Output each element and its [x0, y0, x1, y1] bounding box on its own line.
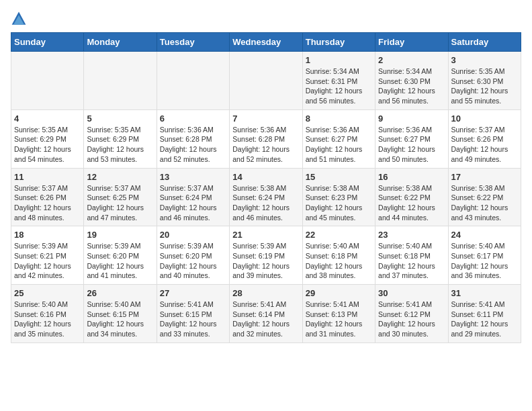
- header-thursday: Thursday: [302, 33, 375, 52]
- header-monday: Monday: [84, 33, 157, 52]
- day-info: Sunrise: 5:40 AM Sunset: 6:18 PM Dayligh…: [378, 241, 445, 281]
- day-number: 30: [378, 288, 445, 298]
- day-cell: 22Sunrise: 5:40 AM Sunset: 6:18 PM Dayli…: [302, 226, 375, 285]
- day-cell: 29Sunrise: 5:41 AM Sunset: 6:13 PM Dayli…: [302, 285, 375, 343]
- day-cell: 7Sunrise: 5:36 AM Sunset: 6:28 PM Daylig…: [230, 109, 302, 168]
- day-cell: 5Sunrise: 5:35 AM Sunset: 6:29 PM Daylig…: [84, 109, 157, 168]
- day-number: 31: [451, 288, 518, 298]
- day-cell: [11, 52, 84, 110]
- day-cell: 15Sunrise: 5:38 AM Sunset: 6:23 PM Dayli…: [302, 168, 375, 226]
- week-row-2: 4Sunrise: 5:35 AM Sunset: 6:29 PM Daylig…: [11, 109, 521, 168]
- day-info: Sunrise: 5:38 AM Sunset: 6:22 PM Dayligh…: [378, 183, 445, 223]
- day-info: Sunrise: 5:36 AM Sunset: 6:27 PM Dayligh…: [306, 125, 372, 165]
- logo-icon: [11, 11, 27, 27]
- day-cell: 31Sunrise: 5:41 AM Sunset: 6:11 PM Dayli…: [448, 285, 521, 343]
- day-number: 29: [306, 288, 372, 298]
- day-number: 21: [232, 230, 299, 240]
- day-number: 2: [378, 55, 445, 65]
- day-number: 22: [306, 230, 372, 240]
- day-number: 18: [14, 230, 81, 240]
- header-wednesday: Wednesday: [230, 33, 302, 52]
- day-number: 25: [14, 288, 81, 298]
- day-cell: 10Sunrise: 5:37 AM Sunset: 6:26 PM Dayli…: [448, 109, 521, 168]
- day-cell: [230, 52, 302, 110]
- day-number: 27: [160, 288, 226, 298]
- header-tuesday: Tuesday: [157, 33, 229, 52]
- day-info: Sunrise: 5:35 AM Sunset: 6:30 PM Dayligh…: [451, 66, 518, 106]
- logo: [11, 11, 30, 27]
- day-number: 28: [232, 288, 299, 298]
- day-info: Sunrise: 5:37 AM Sunset: 6:25 PM Dayligh…: [87, 183, 153, 223]
- day-info: Sunrise: 5:38 AM Sunset: 6:24 PM Dayligh…: [232, 183, 299, 223]
- day-number: 6: [160, 113, 226, 124]
- day-number: 17: [451, 172, 518, 182]
- week-row-5: 25Sunrise: 5:40 AM Sunset: 6:16 PM Dayli…: [11, 285, 521, 343]
- day-cell: 9Sunrise: 5:36 AM Sunset: 6:27 PM Daylig…: [375, 109, 448, 168]
- day-info: Sunrise: 5:41 AM Sunset: 6:12 PM Dayligh…: [378, 300, 445, 339]
- day-info: Sunrise: 5:40 AM Sunset: 6:18 PM Dayligh…: [306, 241, 372, 281]
- day-number: 3: [451, 55, 518, 65]
- day-info: Sunrise: 5:39 AM Sunset: 6:20 PM Dayligh…: [160, 241, 226, 281]
- day-info: Sunrise: 5:41 AM Sunset: 6:14 PM Dayligh…: [232, 300, 299, 339]
- day-cell: 17Sunrise: 5:38 AM Sunset: 6:22 PM Dayli…: [448, 168, 521, 226]
- day-info: Sunrise: 5:34 AM Sunset: 6:30 PM Dayligh…: [378, 66, 445, 106]
- day-number: 15: [306, 172, 372, 182]
- day-number: 24: [451, 230, 518, 240]
- day-cell: 6Sunrise: 5:36 AM Sunset: 6:28 PM Daylig…: [157, 109, 229, 168]
- day-cell: 21Sunrise: 5:39 AM Sunset: 6:19 PM Dayli…: [230, 226, 302, 285]
- day-info: Sunrise: 5:36 AM Sunset: 6:28 PM Dayligh…: [160, 125, 226, 165]
- day-number: 13: [160, 172, 226, 182]
- calendar-table: SundayMondayTuesdayWednesdayThursdayFrid…: [11, 32, 521, 343]
- day-cell: 30Sunrise: 5:41 AM Sunset: 6:12 PM Dayli…: [375, 285, 448, 343]
- day-cell: 23Sunrise: 5:40 AM Sunset: 6:18 PM Dayli…: [375, 226, 448, 285]
- header-row: SundayMondayTuesdayWednesdayThursdayFrid…: [11, 33, 521, 52]
- day-number: 5: [87, 113, 153, 124]
- day-info: Sunrise: 5:36 AM Sunset: 6:28 PM Dayligh…: [232, 125, 299, 165]
- day-cell: 25Sunrise: 5:40 AM Sunset: 6:16 PM Dayli…: [11, 285, 84, 343]
- day-cell: 4Sunrise: 5:35 AM Sunset: 6:29 PM Daylig…: [11, 109, 84, 168]
- day-cell: 26Sunrise: 5:40 AM Sunset: 6:15 PM Dayli…: [84, 285, 157, 343]
- day-number: 12: [87, 172, 153, 182]
- day-number: 14: [232, 172, 299, 182]
- day-cell: 28Sunrise: 5:41 AM Sunset: 6:14 PM Dayli…: [230, 285, 302, 343]
- day-info: Sunrise: 5:34 AM Sunset: 6:31 PM Dayligh…: [306, 66, 372, 106]
- day-number: 10: [451, 113, 518, 124]
- day-info: Sunrise: 5:40 AM Sunset: 6:17 PM Dayligh…: [451, 241, 518, 281]
- day-cell: 12Sunrise: 5:37 AM Sunset: 6:25 PM Dayli…: [84, 168, 157, 226]
- day-number: 16: [378, 172, 445, 182]
- day-info: Sunrise: 5:37 AM Sunset: 6:24 PM Dayligh…: [160, 183, 226, 223]
- page-header: [11, 11, 521, 27]
- day-cell: 19Sunrise: 5:39 AM Sunset: 6:20 PM Dayli…: [84, 226, 157, 285]
- day-number: 7: [232, 113, 299, 124]
- day-info: Sunrise: 5:38 AM Sunset: 6:22 PM Dayligh…: [451, 183, 518, 223]
- day-cell: 13Sunrise: 5:37 AM Sunset: 6:24 PM Dayli…: [157, 168, 229, 226]
- day-info: Sunrise: 5:36 AM Sunset: 6:27 PM Dayligh…: [378, 125, 445, 165]
- day-info: Sunrise: 5:40 AM Sunset: 6:16 PM Dayligh…: [14, 300, 81, 339]
- day-info: Sunrise: 5:38 AM Sunset: 6:23 PM Dayligh…: [306, 183, 372, 223]
- day-info: Sunrise: 5:37 AM Sunset: 6:26 PM Dayligh…: [451, 125, 518, 165]
- day-number: 19: [87, 230, 153, 240]
- day-number: 1: [306, 55, 372, 65]
- day-cell: 24Sunrise: 5:40 AM Sunset: 6:17 PM Dayli…: [448, 226, 521, 285]
- day-info: Sunrise: 5:39 AM Sunset: 6:20 PM Dayligh…: [87, 241, 153, 281]
- day-cell: [157, 52, 229, 110]
- header-saturday: Saturday: [448, 33, 521, 52]
- day-cell: 14Sunrise: 5:38 AM Sunset: 6:24 PM Dayli…: [230, 168, 302, 226]
- day-info: Sunrise: 5:39 AM Sunset: 6:19 PM Dayligh…: [232, 241, 299, 281]
- day-cell: 2Sunrise: 5:34 AM Sunset: 6:30 PM Daylig…: [375, 52, 448, 110]
- day-number: 23: [378, 230, 445, 240]
- day-info: Sunrise: 5:41 AM Sunset: 6:13 PM Dayligh…: [306, 300, 372, 339]
- day-number: 8: [306, 113, 372, 124]
- header-friday: Friday: [375, 33, 448, 52]
- day-info: Sunrise: 5:35 AM Sunset: 6:29 PM Dayligh…: [14, 125, 81, 165]
- day-info: Sunrise: 5:35 AM Sunset: 6:29 PM Dayligh…: [87, 125, 153, 165]
- day-info: Sunrise: 5:41 AM Sunset: 6:15 PM Dayligh…: [160, 300, 226, 339]
- day-cell: 1Sunrise: 5:34 AM Sunset: 6:31 PM Daylig…: [302, 52, 375, 110]
- day-cell: 16Sunrise: 5:38 AM Sunset: 6:22 PM Dayli…: [375, 168, 448, 226]
- day-info: Sunrise: 5:41 AM Sunset: 6:11 PM Dayligh…: [451, 300, 518, 339]
- day-cell: [84, 52, 157, 110]
- day-number: 11: [14, 172, 81, 182]
- day-cell: 18Sunrise: 5:39 AM Sunset: 6:21 PM Dayli…: [11, 226, 84, 285]
- day-number: 4: [14, 113, 81, 124]
- week-row-1: 1Sunrise: 5:34 AM Sunset: 6:31 PM Daylig…: [11, 52, 521, 110]
